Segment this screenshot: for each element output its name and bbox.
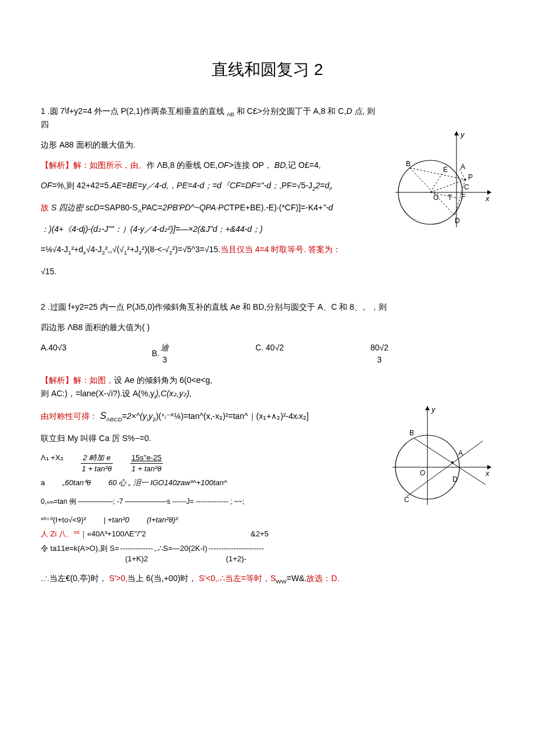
text: ²+d (71, 245, 83, 254)
text: S'>0, (107, 574, 128, 583)
svg-text:D: D (455, 217, 460, 225)
text: 设 Ae 的倾斜角为 6(0<e<g, (114, 375, 212, 385)
text: 记 O£=4, (288, 160, 320, 170)
svg-text:T: T (448, 194, 452, 202)
text: WW (276, 578, 287, 585)
text: ABCD (106, 416, 122, 422)
svg-text:O: O (420, 469, 425, 477)
text: S 四边密 scD (51, 203, 99, 212)
text: a „60tan⁴θ 60 心 „ 泪一 IGO140zaw³^+100tan^ (41, 478, 378, 488)
deriv-table: Λ₁ +X₂ 2 畤加 e1 + tan²θ 15s"e-251 + tan²θ (41, 453, 378, 474)
page-title: 直线和圆复习 2 (41, 58, 494, 82)
text: „60tan⁴θ (62, 478, 91, 488)
text: OF=%,则 42+42=5.AE=BE=y／4-d,，PE=4-d；=d『CF… (41, 180, 378, 193)
text: =⅛√4-J1²+dx√4-J2²,,√(√1²+J2²)(8-<-√2²)=√… (41, 243, 378, 257)
svg-line-33 (414, 438, 486, 485)
text: 作 ΛB,8 的垂线 OE, (147, 160, 217, 170)
text: ------------- (119, 543, 154, 554)
text: 人 Zi 八、mi｜«40Λ³+100ΛE"/"2 &2+5 (41, 529, 378, 539)
svg-text:E: E (443, 166, 448, 174)
text: 2=d (316, 181, 330, 190)
text: 60 心 „ 泪一 IGO140zaw³^+100tan^ (108, 478, 227, 488)
svg-line-32 (407, 441, 483, 496)
svg-text:O: O (433, 194, 438, 202)
svg-marker-4 (454, 131, 459, 135)
svg-text:B: B (409, 429, 414, 437)
svg-text:A: A (461, 163, 465, 171)
text: &2+5 (251, 529, 269, 539)
text: , (330, 181, 333, 190)
svg-text:C: C (464, 183, 469, 191)
text: 连接 OP， (234, 160, 272, 170)
svg-text:D: D (452, 475, 458, 483)
text: ：)(4+《4-dj)-(d₂-J""：）(4-y／4-d₂²)]=—×2(&J… (41, 223, 378, 235)
text: 故 S 四边密 scD=SAP80-SAPAC=2PB'PD^~QPA·PCTP… (41, 202, 378, 215)
text: S (100, 411, 106, 421)
problem-2: 2 .过圆 f+y2=25 内一点 P(Ji5,0)作倾斜角互补的直线 Ae 和… (41, 301, 494, 586)
text: 当且仅当 4=4 时取等号. 答案为： (220, 245, 341, 254)
svg-text:x: x (485, 469, 490, 478)
svg-text:y: y (460, 130, 465, 139)
svg-text:B: B (406, 160, 411, 168)
text: ²)(8-<-√ (142, 245, 169, 254)
text: =⅛√4-J (41, 245, 68, 254)
text: =W&. (287, 574, 307, 583)
figure-2: x y O B A C D (390, 403, 494, 508)
text: 2 畤加 e1 + tan²θ (81, 453, 113, 474)
text: 令 ta11e=k(A>O),则 S= -------------(1+K)2 … (41, 543, 378, 564)
svg-text:y: y (431, 405, 436, 414)
text: AE=BE=y／4-d,，PE=4-d；=d『CF=DF="-d； (111, 181, 279, 190)
svg-line-11 (410, 168, 465, 180)
text: AB (227, 111, 234, 117)
text: 和 C£>分别交圆丁于 A,8 和 C, (234, 106, 347, 116)
option-a: A.40√3 (41, 342, 66, 366)
svg-line-14 (430, 180, 465, 192)
text: 3 (369, 354, 390, 366)
text: OF> (217, 160, 234, 170)
text: 3 (159, 354, 170, 366)
text: ｜«40Λ³+100ΛE"/"2 (80, 529, 146, 539)
text: =2×^(y (122, 411, 147, 421)
text: ---------------------- (208, 543, 265, 554)
text: Λ₁ +X₂ (41, 453, 63, 474)
text: ᵃᵇᶜᵈ(I+to√<9)² | +tan²0 (I+tan²θ)² (41, 515, 378, 525)
text: 迪 (159, 342, 170, 354)
svg-marker-28 (425, 406, 430, 410)
text: 15s"e-25 (130, 453, 163, 464)
text: 1 + tan²θ (130, 464, 163, 474)
text: ᵃᵇᶜᵈ(I+to√<9)² (41, 515, 86, 525)
text: PAC= (141, 203, 162, 212)
text: ²,,√(√ (105, 245, 124, 254)
text: 80√2 (369, 342, 390, 354)
text: 【解析】解：如图所示，由。 (41, 160, 147, 170)
problem-1-stem: 1 .圆 7\f+y2=4 外一点 P(2,1)作两条互相垂直的直线 AB 和 … (41, 105, 378, 131)
text: .圆 7\f+y2=4 外一点 P(2,1)作两条互相垂直的直线 (45, 106, 227, 116)
problem-1-number: 1 (41, 106, 45, 116)
svg-text:F: F (461, 193, 465, 201)
text: 【解析】解：如图， (41, 375, 114, 385)
text: 2 畤加 e (81, 453, 113, 464)
option-d: 80√23 (369, 342, 390, 366)
text: 令 ta11e=k(A>O),则 S= (41, 543, 119, 564)
svg-text:C: C (404, 496, 409, 504)
problem-2-stem: 2 .过圆 f+y2=25 内一点 P(Ji5,0)作倾斜角互补的直线 Ae 和… (41, 301, 494, 313)
text: (I+tan²θ)² (147, 515, 178, 525)
text: 四边形 ΛB8 面积的最大值为( ) (41, 321, 494, 334)
text: D 点, (346, 106, 365, 116)
text: B. (152, 348, 159, 357)
text: OF=%, (41, 181, 66, 190)
problem-2-number: 2 (41, 302, 45, 311)
svg-text:A: A (458, 449, 463, 457)
text: 当上 6(当,+00)时， (127, 574, 197, 583)
text: 人 Zi 八、 (41, 529, 74, 539)
text: 故选：D. (306, 574, 339, 583)
text: 则 AC:)，=lane(X-√i?).设 A(%,yi),C(x₂,y₂), (41, 388, 378, 401)
text: 0,ₙₘ=tan 例 ―――――; -7 ――――――s ------J= --… (41, 496, 378, 507)
svg-point-38 (451, 461, 454, 464)
solution-2: x y O B A C D 【解析】解：如图，设 Ae 的倾斜角为 6(0<e<… (41, 374, 494, 586)
text: .过圆 f+y2=25 内一点 P(Ji5,0)作倾斜角互补的直线 Ae 和 B… (45, 302, 387, 311)
svg-line-15 (430, 174, 442, 192)
option-c: C. 40√2 (255, 342, 284, 366)
svg-text:P: P (468, 173, 473, 181)
text: ,PF=√5-J (279, 181, 312, 190)
